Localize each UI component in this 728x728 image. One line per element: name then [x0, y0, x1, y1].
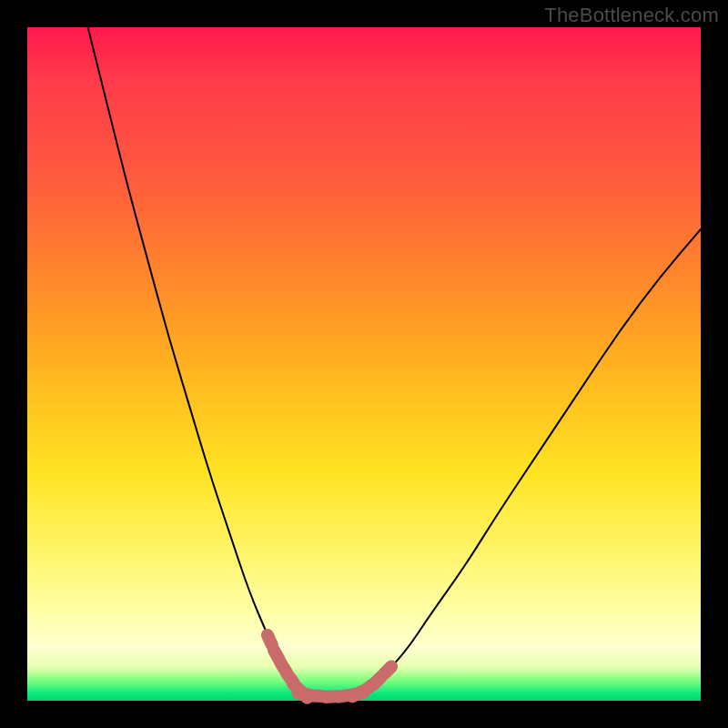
watermark-text: TheBottleneck.com — [544, 4, 719, 27]
highlight-group — [268, 635, 391, 698]
highlight-dash — [384, 667, 391, 674]
curve-path — [88, 27, 701, 696]
chart-frame: TheBottleneck.com — [0, 0, 728, 728]
highlight-dash — [268, 635, 272, 645]
plot-area — [27, 27, 701, 701]
bottleneck-curve — [27, 27, 701, 701]
